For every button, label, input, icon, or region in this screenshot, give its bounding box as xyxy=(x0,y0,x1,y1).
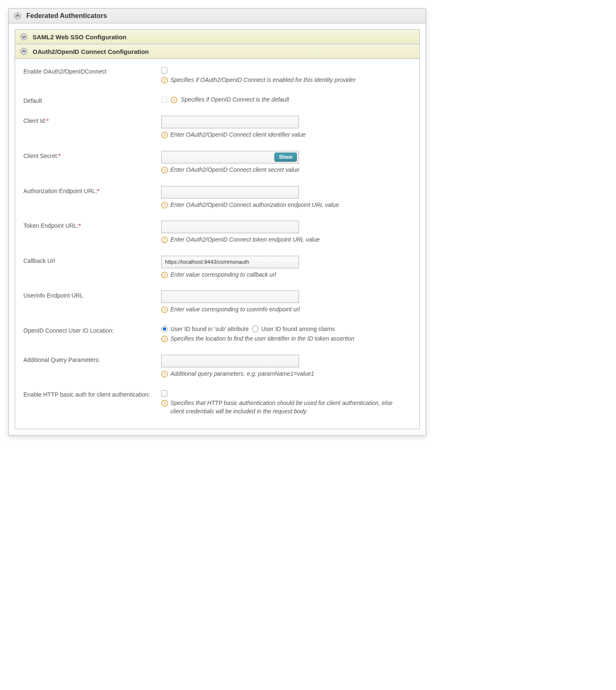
token-url-row: Token Endpoint URL:* Enter OAuth2/OpenID… xyxy=(23,221,411,244)
help-icon xyxy=(161,202,168,209)
default-row: Default Specifies if OpenID Connect is t… xyxy=(23,96,411,104)
userid-claims-radio[interactable]: User ID found among claims xyxy=(252,326,335,332)
federated-authenticators-panel: Federated Authenticators SAML2 Web SSO C… xyxy=(8,8,426,435)
authz-url-row: Authorization Endpoint URL:* Enter OAuth… xyxy=(23,186,411,209)
token-url-help: Enter OAuth2/OpenID Connect token endpoi… xyxy=(170,236,320,244)
default-label: Default xyxy=(23,96,161,104)
help-icon xyxy=(161,132,168,138)
authz-url-label: Authorization Endpoint URL: xyxy=(23,188,97,194)
basic-auth-checkbox[interactable] xyxy=(161,390,167,397)
oauth-section-header[interactable]: OAuth2/OpenID Connect Configuration xyxy=(15,44,419,59)
panel-title: Federated Authenticators xyxy=(26,12,107,20)
chevron-up-icon xyxy=(14,12,21,20)
help-icon xyxy=(161,306,168,313)
required-marker: * xyxy=(46,117,48,124)
default-help: Specifies if OpenID Connect is the defau… xyxy=(181,96,289,103)
help-icon xyxy=(161,167,168,173)
userid-location-label: OpenID Connect User ID Location: xyxy=(23,326,161,334)
token-url-input[interactable] xyxy=(161,221,299,233)
query-params-input[interactable] xyxy=(161,355,299,367)
saml-section-title: SAML2 Web SSO Configuration xyxy=(33,33,127,41)
client-secret-help: Enter OAuth2/OpenID Connect client secre… xyxy=(170,166,299,174)
basic-auth-help: Specifies that HTTP basic authentication… xyxy=(170,399,395,415)
client-id-row: Client Id:* Enter OAuth2/OpenID Connect … xyxy=(23,116,411,139)
radio-selected-icon xyxy=(161,326,168,332)
authz-url-input[interactable] xyxy=(161,186,299,199)
client-id-input[interactable] xyxy=(161,116,299,128)
chevron-down-icon xyxy=(20,33,28,41)
panel-header[interactable]: Federated Authenticators xyxy=(9,9,426,23)
basic-auth-label: Enable HTTP basic auth for client authen… xyxy=(23,390,161,398)
callback-url-input[interactable] xyxy=(161,256,299,268)
userid-sub-label: User ID found in 'sub' attribute xyxy=(170,326,248,332)
authz-url-help: Enter OAuth2/OpenID Connect authorizatio… xyxy=(170,201,339,209)
callback-url-help: Enter value corresponding to callback ur… xyxy=(170,271,276,279)
saml-section-header[interactable]: SAML2 Web SSO Configuration xyxy=(15,30,419,44)
userinfo-url-help: Enter value corresponding to userinfo en… xyxy=(170,306,300,314)
query-params-label: Additional Query Parameters: xyxy=(23,355,161,363)
help-icon xyxy=(161,400,168,407)
query-params-help: Additional query parameters. e.g: paramN… xyxy=(170,370,314,378)
enable-oauth-row: Enable OAuth2/OpenIDConnect Specifies if… xyxy=(23,66,411,84)
help-icon xyxy=(161,77,168,84)
oauth-section-title: OAuth2/OpenID Connect Configuration xyxy=(33,48,149,55)
required-marker: * xyxy=(79,222,81,229)
required-marker: * xyxy=(97,188,99,194)
client-secret-input[interactable] xyxy=(165,151,274,163)
userinfo-url-row: Userinfo Endpoint URL Enter value corres… xyxy=(23,290,411,314)
callback-url-row: Callback Url Enter value corresponding t… xyxy=(23,256,411,279)
saml-section: SAML2 Web SSO Configuration xyxy=(15,29,420,44)
help-icon xyxy=(171,97,177,103)
enable-oauth-checkbox[interactable] xyxy=(161,67,167,74)
client-id-label: Client Id: xyxy=(23,117,46,124)
help-icon xyxy=(161,237,168,243)
client-secret-label: Client Secret: xyxy=(23,153,58,159)
query-params-row: Additional Query Parameters: Additional … xyxy=(23,355,411,378)
userid-location-help: Specifies the location to find the user … xyxy=(170,335,354,343)
userid-sub-radio[interactable]: User ID found in 'sub' attribute xyxy=(161,326,248,332)
help-icon xyxy=(161,336,168,342)
chevron-up-icon xyxy=(20,48,28,55)
userid-claims-label: User ID found among claims xyxy=(261,326,335,332)
client-id-help: Enter OAuth2/OpenID Connect client ident… xyxy=(170,131,306,139)
required-marker: * xyxy=(58,153,61,159)
token-url-label: Token Endpoint URL: xyxy=(23,222,79,229)
userinfo-url-input[interactable] xyxy=(161,290,299,303)
basic-auth-row: Enable HTTP basic auth for client authen… xyxy=(23,390,411,415)
help-icon xyxy=(161,272,168,278)
radio-unselected-icon xyxy=(252,326,259,332)
userinfo-url-label: Userinfo Endpoint URL xyxy=(23,290,161,299)
enable-oauth-help: Specifies if OAuth2/OpenID Connect is en… xyxy=(170,76,356,84)
client-secret-row: Client Secret:* Show Enter OAuth2/OpenID… xyxy=(23,151,411,174)
callback-url-label: Callback Url xyxy=(23,256,161,264)
enable-oauth-label: Enable OAuth2/OpenIDConnect xyxy=(23,66,161,75)
show-secret-button[interactable]: Show xyxy=(274,153,297,162)
default-checkbox[interactable] xyxy=(161,97,167,103)
userid-location-row: OpenID Connect User ID Location: User ID… xyxy=(23,326,411,343)
help-icon xyxy=(161,371,168,377)
oauth-section: OAuth2/OpenID Connect Configuration Enab… xyxy=(15,44,420,429)
